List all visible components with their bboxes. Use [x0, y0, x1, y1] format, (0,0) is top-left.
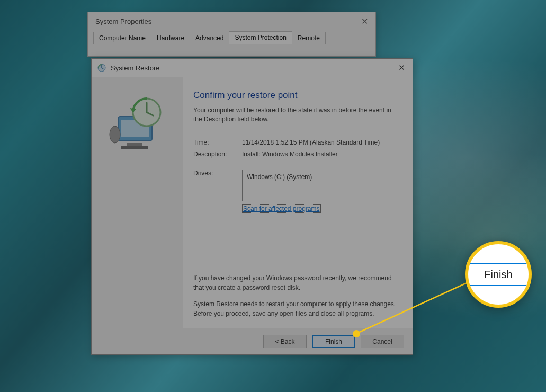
wizard-heading: Confirm your restore point — [193, 90, 398, 101]
tab-advanced[interactable]: Advanced — [190, 32, 229, 44]
drives-label: Drives: — [193, 170, 242, 177]
system-properties-titlebar: System Properties ✕ — [88, 12, 375, 31]
system-properties-tabs: Computer Name Hardware Advanced System P… — [88, 31, 375, 44]
annotation-callout: Finish — [465, 241, 532, 308]
tab-remote[interactable]: Remote — [292, 32, 326, 44]
tab-computer-name[interactable]: Computer Name — [93, 32, 151, 44]
wizard-footer: < Back Finish Cancel — [92, 328, 413, 354]
description-label: Description: — [193, 150, 242, 158]
drives-listbox[interactable]: Windows (C:) (System) — [242, 170, 393, 201]
system-restore-wizard: System Restore ✕ Confirm your res — [91, 58, 413, 355]
description-row: Description: Install: Windows Modules In… — [193, 150, 398, 158]
tab-system-protection[interactable]: System Protection — [229, 31, 292, 44]
drives-row: Drives: Windows (C:) (System) Scan for a… — [193, 170, 398, 213]
restart-note: System Restore needs to restart your com… — [193, 300, 398, 318]
wizard-sidebar — [92, 77, 183, 328]
system-properties-window: System Properties ✕ Computer Name Hardwa… — [87, 12, 376, 57]
tab-hardware[interactable]: Hardware — [151, 32, 190, 44]
drives-value: Windows (C:) (System) — [247, 173, 312, 181]
close-icon[interactable]: ✕ — [358, 16, 371, 26]
wizard-titlebar: System Restore ✕ — [92, 59, 413, 77]
wizard-title: System Restore — [111, 64, 159, 72]
time-row: Time: 11/14/2018 1:52:15 PM (Alaskan Sta… — [193, 139, 398, 146]
time-label: Time: — [193, 139, 242, 146]
wizard-content: Confirm your restore point Your computer… — [183, 77, 413, 328]
system-properties-title: System Properties — [95, 17, 151, 25]
svg-rect-4 — [127, 143, 142, 146]
time-value: 11/14/2018 1:52:15 PM (Alaskan Standard … — [242, 139, 398, 146]
scan-affected-programs-link[interactable]: Scan for affected programs — [242, 204, 321, 213]
cancel-button[interactable]: Cancel — [361, 335, 404, 348]
finish-button[interactable]: Finish — [312, 335, 355, 348]
wizard-subtitle: Your computer will be restored to the st… — [193, 106, 398, 124]
password-note: If you have changed your Windows passwor… — [193, 274, 398, 292]
svg-point-8 — [110, 126, 120, 143]
annotation-arrow-dot — [353, 330, 360, 337]
close-icon[interactable]: ✕ — [395, 62, 408, 74]
description-value: Install: Windows Modules Installer — [242, 150, 398, 158]
system-restore-art-icon — [105, 92, 169, 158]
system-restore-icon — [97, 63, 106, 73]
annotation-callout-label: Finish — [468, 263, 529, 286]
back-button[interactable]: < Back — [263, 335, 307, 348]
svg-rect-5 — [121, 146, 148, 149]
